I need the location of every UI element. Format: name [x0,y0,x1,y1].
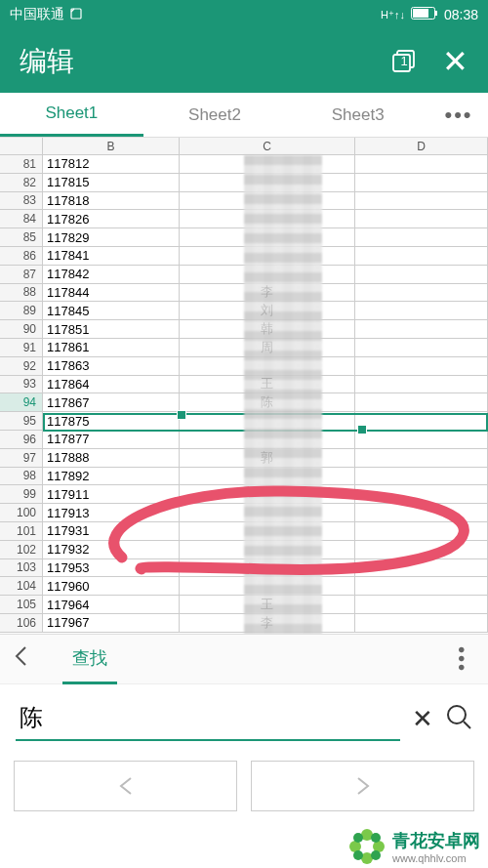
table-row[interactable]: 100117913 [0,504,488,522]
cell[interactable] [355,614,488,633]
cell[interactable] [180,174,355,192]
cell[interactable]: 李 [180,614,355,633]
row-number[interactable]: 86 [0,247,43,266]
cell[interactable] [355,468,488,486]
cell[interactable] [180,431,355,449]
cell[interactable]: 王 [180,596,355,614]
cell[interactable] [180,485,355,504]
table-row[interactable]: 103117953 [0,559,488,578]
cell[interactable] [180,468,355,486]
next-result-button[interactable] [251,761,474,811]
row-number[interactable]: 97 [0,449,43,468]
cell[interactable] [355,393,488,412]
cell[interactable] [180,210,355,228]
search-icon[interactable] [445,703,472,734]
table-row[interactable]: 83117818 [0,192,488,211]
cell[interactable]: 117851 [43,320,180,339]
table-row[interactable]: 86117841 [0,247,488,266]
cell[interactable]: 117911 [43,485,180,504]
cell[interactable]: 117815 [43,174,180,192]
cell[interactable]: 王 [180,376,355,394]
tab-sheet3[interactable]: Sheet3 [286,93,429,137]
row-number[interactable]: 81 [0,155,43,174]
cell[interactable] [355,247,488,266]
cell[interactable] [180,541,355,559]
find-more-button[interactable]: ••• [448,648,474,671]
cell[interactable]: 117967 [43,614,180,633]
cell[interactable] [355,431,488,449]
row-number[interactable]: 101 [0,522,43,541]
search-input[interactable] [16,696,400,741]
row-number[interactable]: 105 [0,596,43,614]
cell[interactable] [355,155,488,174]
cell[interactable] [355,339,488,357]
table-row[interactable]: 84117826 [0,210,488,228]
cell[interactable] [355,266,488,284]
cell[interactable] [355,302,488,320]
table-row[interactable]: 92117863 [0,357,488,376]
cell[interactable]: 117826 [43,210,180,228]
row-number[interactable]: 85 [0,228,43,247]
table-row[interactable]: 94117867陈 [0,393,488,412]
cell[interactable]: 韩 [180,320,355,339]
find-tab[interactable]: 查找 [62,635,117,684]
cell[interactable]: 刘 [180,302,355,320]
cell[interactable] [180,228,355,247]
row-number[interactable]: 103 [0,559,43,578]
cell[interactable]: 117913 [43,504,180,522]
table-row[interactable]: 95117875 [0,412,488,431]
cell[interactable]: 117953 [43,559,180,578]
cell[interactable] [355,596,488,614]
row-number[interactable]: 87 [0,266,43,284]
cell[interactable] [355,376,488,394]
tab-more-button[interactable]: ••• [429,93,488,137]
table-row[interactable]: 106117967李 [0,614,488,633]
table-row[interactable]: 102117932 [0,541,488,559]
table-row[interactable]: 93117864王 [0,376,488,394]
row-number[interactable]: 88 [0,284,43,303]
cell[interactable]: 117864 [43,376,180,394]
table-row[interactable]: 96117877 [0,431,488,449]
table-row[interactable]: 85117829 [0,228,488,247]
cell[interactable] [355,541,488,559]
tab-sheet1[interactable]: Sheet1 [0,93,143,137]
col-header-b[interactable]: B [43,138,180,155]
table-row[interactable]: 82117815 [0,174,488,192]
cell[interactable] [180,522,355,541]
cell[interactable] [355,504,488,522]
tab-sheet2[interactable]: Sheet2 [143,93,287,137]
cell[interactable] [355,320,488,339]
cell[interactable]: 117812 [43,155,180,174]
row-number[interactable]: 83 [0,192,43,211]
row-number[interactable]: 102 [0,541,43,559]
table-row[interactable]: 105117964王 [0,596,488,614]
cell[interactable] [180,155,355,174]
table-row[interactable]: 97117888郭 [0,449,488,468]
table-row[interactable]: 98117892 [0,468,488,486]
row-number[interactable]: 89 [0,302,43,320]
row-number[interactable]: 91 [0,339,43,357]
cell[interactable] [355,449,488,468]
table-row[interactable]: 104117960 [0,577,488,596]
cell[interactable]: 117842 [43,266,180,284]
row-number[interactable]: 100 [0,504,43,522]
cell[interactable]: 117875 [43,412,180,431]
prev-result-button[interactable] [14,761,237,811]
cell[interactable]: 117818 [43,192,180,211]
cell[interactable]: 周 [180,339,355,357]
cell[interactable]: 117888 [43,449,180,468]
back-button[interactable] [14,645,43,673]
row-number[interactable]: 104 [0,577,43,596]
row-number[interactable]: 106 [0,614,43,633]
cell[interactable]: 117892 [43,468,180,486]
table-row[interactable]: 87117842 [0,266,488,284]
cell[interactable]: 117845 [43,302,180,320]
cell[interactable]: 李 [180,284,355,303]
cell[interactable]: 117844 [43,284,180,303]
cell[interactable]: 117841 [43,247,180,266]
cell[interactable] [180,559,355,578]
cell[interactable] [355,228,488,247]
row-number[interactable]: 90 [0,320,43,339]
cell[interactable] [355,522,488,541]
table-row[interactable]: 91117861周 [0,339,488,357]
